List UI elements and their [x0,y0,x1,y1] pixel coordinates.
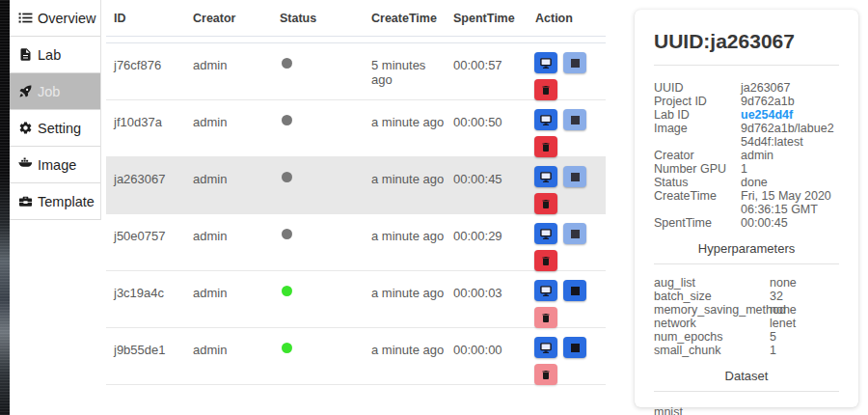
stop-button[interactable] [563,337,586,358]
job-actions [528,328,587,385]
app-root: Overview Lab Job Setting Image Template … [0,0,868,415]
job-createtime: a minute ago [364,328,446,385]
job-spenttime: 00:00:57 [446,43,528,100]
detail-row-number-gpu: Number GPU1 [654,162,839,176]
detail-label: Lab ID [654,108,741,122]
job-spenttime: 00:00:45 [446,157,528,214]
sidebar-item-label: Lab [38,47,61,63]
detail-value: admin [741,149,839,162]
job-row[interactable]: j3c19a4c admin a minute ago 00:00:03 [106,271,606,328]
job-creator: admin [185,214,272,271]
monitor-button[interactable] [534,280,557,301]
job-row[interactable]: j50e0757 admin a minute ago 00:00:29 [106,214,606,271]
column-header-id: ID [106,12,185,25]
monitor-icon [539,228,553,240]
hyperparam-value: 32 [770,290,839,303]
monitor-icon [539,114,553,126]
sidebar-item-job[interactable]: Job [10,73,100,110]
job-actions [528,43,587,100]
job-creator: admin [185,157,272,214]
job-id: j3c19a4c [106,271,185,328]
monitor-icon [539,57,553,69]
monitor-button[interactable] [534,337,557,358]
job-id: j50e0757 [106,214,185,271]
monitor-button[interactable] [534,52,557,73]
detail-row-image: Image9d762a1b/labue254d4f:latest [654,122,839,149]
docker-icon [18,157,33,172]
hyperparam-value: none [770,276,839,290]
list-icon [18,11,33,25]
stop-button[interactable] [563,109,586,130]
detail-row-lab-id: Lab IDue254d4f [654,108,839,122]
detail-value: 9d762a1b/labue254d4f:latest [741,122,839,149]
sidebar-item-setting[interactable]: Setting [10,110,100,147]
monitor-button[interactable] [534,166,557,187]
monitor-icon [539,342,553,354]
hyperparam-label: batch_size [654,290,770,303]
status-dot [282,115,292,125]
detail-label: Number GPU [654,162,741,176]
sidebar-item-image[interactable]: Image [10,147,100,183]
stop-button[interactable] [563,280,586,301]
detail-row-uuid: UUIDja263067 [654,81,839,95]
job-row[interactable]: j9b55de1 admin a minute ago 00:00:00 [106,328,606,385]
job-id: ja263067 [106,157,185,214]
job-spenttime: 00:00:03 [446,271,528,328]
sidebar-item-overview[interactable]: Overview [10,0,100,37]
job-creator: admin [185,43,272,100]
monitor-icon [539,285,553,297]
delete-button[interactable] [534,136,557,157]
delete-button[interactable] [534,250,557,271]
background-image-strip [0,0,10,415]
job-row[interactable]: j76cf876 admin 5 minutes ago 00:00:57 [106,43,606,100]
job-createtime: a minute ago [364,100,446,157]
sidebar-item-label: Overview [38,11,95,26]
detail-label: SpentTime [654,216,741,230]
hyperparam-row: networklenet [654,317,839,330]
job-id: jf10d37a [106,100,185,157]
sidebar-item-lab[interactable]: Lab [10,37,100,73]
sidebar-item-template[interactable]: Template [10,183,100,220]
monitor-button[interactable] [534,109,557,130]
job-createtime: a minute ago [364,157,446,214]
dataset-section-title: Dataset [654,357,839,391]
delete-button[interactable] [534,364,557,385]
job-id: j76cf876 [106,43,185,100]
detail-label: CreateTime [654,189,741,216]
rocket-icon [18,84,33,98]
stop-button[interactable] [563,223,586,244]
toolbox-icon [18,194,33,208]
trash-icon [540,198,552,210]
job-actions [528,157,587,214]
status-dot [282,229,292,239]
delete-button[interactable] [534,79,557,100]
hyperparam-label: aug_list [654,276,770,290]
delete-button[interactable] [534,307,557,328]
status-dot [282,343,292,353]
detail-value: 00:00:45 [741,216,839,230]
column-header-action: Action [528,12,606,25]
job-spenttime: 00:00:00 [446,328,528,385]
detail-row-creator: Creatoradmin [654,149,839,162]
stop-button[interactable] [563,52,586,73]
hyperparam-value: lenet [770,317,839,330]
hyperparam-row: aug_listnone [654,276,839,290]
delete-button[interactable] [534,193,557,214]
stop-icon [571,230,580,238]
stop-button[interactable] [563,166,586,187]
detail-row-status: Statusdone [654,176,839,189]
file-icon [18,47,33,62]
sidebar-item-label: Image [38,157,76,173]
status-dot [282,172,292,182]
job-row[interactable]: ja263067 admin a minute ago 00:00:45 [106,157,606,214]
job-row[interactable]: jf10d37a admin a minute ago 00:00:50 [106,100,606,157]
detail-value: 9d762a1b [741,95,839,108]
column-header-status: Status [272,12,364,25]
trash-icon [540,255,552,267]
detail-label: Project ID [654,95,741,108]
table-progress-row [106,37,606,43]
lab-id-link[interactable]: ue254d4f [741,108,839,122]
detail-label: Creator [654,149,741,162]
monitor-button[interactable] [534,223,557,244]
stop-icon [571,59,580,68]
